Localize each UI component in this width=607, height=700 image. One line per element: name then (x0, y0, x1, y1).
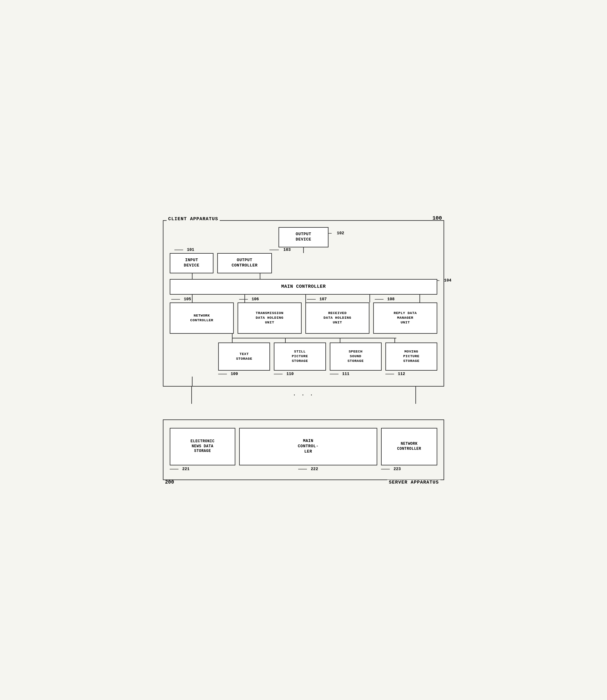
main-controller-ref: 104 (444, 278, 451, 283)
second-row: 101 INPUT DEVICE 103 OUTPUT CONTROLLER (170, 253, 437, 273)
still-picture-box: STILL PICTURE STORAGE (274, 342, 326, 371)
reply-data-box: REPLY DATA MANAGER UNIT (373, 302, 437, 334)
server-label: SERVER APPARATUS (387, 480, 440, 485)
transmission-data-box: TRANSMISSION DATA HOLDING UNIT (237, 302, 301, 334)
reply-data-group: 108 REPLY DATA MANAGER UNIT (373, 302, 437, 334)
nc-ref-group: 105 (171, 297, 191, 302)
oc-v-line (260, 273, 260, 279)
dots-label: · · · (293, 392, 314, 398)
server-network-group: NETWORK CONTROLLER 223 (381, 428, 437, 472)
mp-ref-group: 112 (385, 372, 437, 377)
rdm-ref-group: 108 (375, 297, 395, 302)
diagram-container: CLIENT APPARATUS 100 102 OUTPUT DEVICE (163, 220, 444, 480)
en-ref-group: 221 (170, 467, 235, 472)
main-controller-row: 104 MAIN CONTROLLER (170, 279, 437, 295)
main-controller-box: MAIN CONTROLLER (170, 279, 437, 295)
snc-ref-group: 223 (381, 467, 437, 472)
transmission-data-group: 106 TRANSMISSION DATA HOLDING UNIT (237, 302, 301, 334)
moving-picture-box: MOVING PICTURE STORAGE (385, 342, 437, 371)
server-ref: 200 (165, 479, 174, 485)
reply-data-ref: 108 (387, 297, 395, 301)
moving-picture-ref: 112 (398, 372, 405, 376)
output-device-row: 102 OUTPUT DEVICE (170, 227, 437, 247)
transmission-data-ref: 106 (252, 297, 259, 301)
input-device-box: INPUT DEVICE (170, 253, 213, 273)
server-nc-line (415, 386, 416, 404)
oc-ref-group: 103 (269, 247, 291, 253)
mc-to-cols (170, 295, 437, 302)
input-device-ref: 101 (187, 247, 194, 252)
to-main-connectors (170, 273, 437, 279)
electronic-news-group: ELECTRONIC NEWS DATA STORAGE 221 (170, 428, 235, 472)
text-storage-ref: 109 (231, 372, 238, 376)
nc-to-server-line (192, 377, 192, 386)
od-v-line (303, 247, 304, 253)
td-ref-group: 106 (239, 297, 259, 302)
speech-sound-ref: 111 (342, 372, 350, 376)
id-v-line (192, 273, 192, 279)
input-device-group: 101 INPUT DEVICE (170, 253, 213, 273)
received-data-ref: 107 (319, 297, 327, 301)
server-apparatus: 200 SERVER APPARATUS ELECTRONIC NEWS DAT… (163, 419, 444, 480)
text-storage-box: TEXT STORAGE (218, 342, 270, 371)
output-device-ref: 102 (337, 231, 344, 236)
still-picture-ref: 110 (286, 372, 293, 376)
network-controller-group: 105 NETWORK CONTROLLER (170, 302, 234, 334)
storage-row: TEXT STORAGE 109 STILL PICTURE STORAGE 1… (218, 342, 437, 377)
output-controller-group: 103 OUTPUT CONTROLLER (217, 253, 437, 273)
server-main-controller-ref: 222 (311, 467, 318, 472)
still-picture-group: STILL PICTURE STORAGE 110 (274, 342, 326, 377)
speech-sound-group: SPEECH SOUND STORAGE 111 (330, 342, 382, 377)
rd-ref-group: 107 (307, 297, 327, 302)
electronic-news-box: ELECTRONIC NEWS DATA STORAGE (170, 428, 235, 465)
network-controller-box: NETWORK CONTROLLER (170, 302, 234, 334)
electronic-news-ref: 221 (182, 467, 189, 472)
network-controller-ref: 105 (184, 297, 191, 301)
speech-sound-box: SPEECH SOUND STORAGE (330, 342, 382, 371)
server-main-controller-box: MAIN CONTROL- LER (239, 428, 377, 465)
oc-wrapper: 103 OUTPUT CONTROLLER (217, 253, 272, 273)
od-connector (170, 247, 437, 253)
server-main-controller-group: MAIN CONTROL- LER 222 (239, 428, 377, 472)
output-controller-ref: 103 (284, 247, 291, 252)
input-ref-group: 101 (174, 247, 194, 253)
client-nc-line (191, 386, 192, 404)
ts-ref-group: 109 (218, 372, 270, 377)
text-storage-group: TEXT STORAGE 109 (218, 342, 270, 377)
server-row: ELECTRONIC NEWS DATA STORAGE 221 MAIN CO… (170, 428, 437, 472)
server-network-ref: 223 (394, 467, 401, 472)
received-data-box: RECEIVED DATA HOLDING UNIT (306, 302, 370, 334)
moving-picture-group: MOVING PICTURE STORAGE 112 (385, 342, 437, 377)
received-data-group: 107 RECEIVED DATA HOLDING UNIT (306, 302, 370, 334)
sp-ref-group: 110 (274, 372, 326, 377)
server-network-box: NETWORK CONTROLLER (381, 428, 437, 465)
client-label: CLIENT APPARATUS (167, 217, 220, 222)
output-device-box: OUTPUT DEVICE (278, 227, 329, 247)
smc-ref-group: 222 (239, 467, 377, 472)
client-apparatus: CLIENT APPARATUS 100 102 OUTPUT DEVICE (163, 220, 444, 386)
four-col-row: 105 NETWORK CONTROLLER 106 TRANSMISSION … (170, 302, 437, 334)
ss-ref-group: 111 (330, 372, 382, 377)
separator-area: · · · (163, 386, 444, 404)
client-ref: 100 (432, 215, 442, 221)
output-controller-box: OUTPUT CONTROLLER (217, 253, 272, 273)
to-storage-connectors (218, 334, 437, 342)
